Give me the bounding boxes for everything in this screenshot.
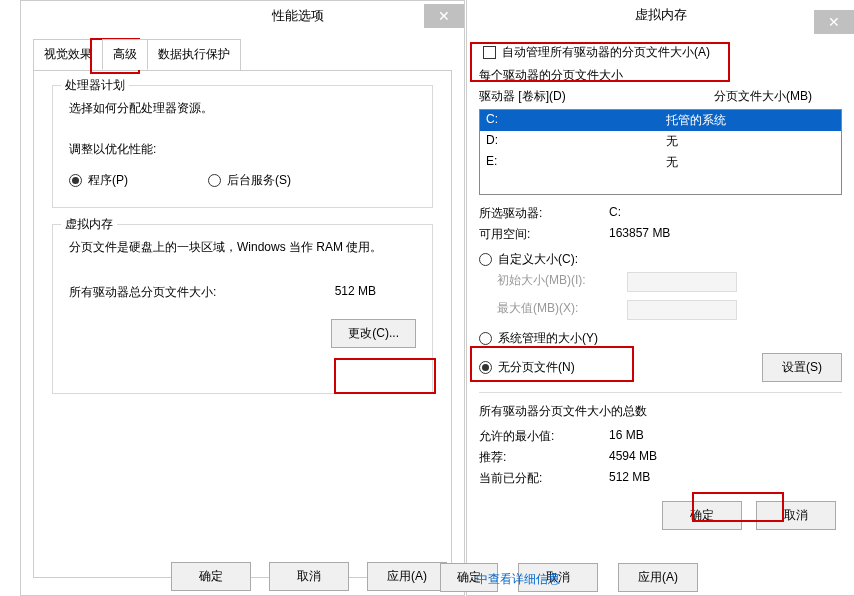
titlebar: 性能选项 ✕: [21, 1, 464, 31]
set-button[interactable]: 设置(S): [762, 353, 842, 382]
drive-listbox[interactable]: C:托管的系统 D:无 E:无: [479, 109, 842, 195]
vm-groupbox: 虚拟内存 分页文件是硬盘上的一块区域，Windows 当作 RAM 使用。 所有…: [52, 224, 433, 394]
checkbox-icon: [483, 46, 496, 59]
radio-icon: [479, 253, 492, 266]
tab-panel-advanced: 处理器计划 选择如何分配处理器资源。 调整以优化性能: 程序(P) 后台服务(S…: [33, 70, 452, 578]
apply-button[interactable]: 应用(A): [367, 562, 447, 591]
tabs: 视觉效果 高级 数据执行保护: [33, 39, 452, 70]
details-link[interactable]: 中查看详细信息: [476, 571, 560, 588]
dialog-title: 虚拟内存: [627, 6, 695, 24]
size-header: 分页文件大小(MB): [714, 88, 812, 105]
ok-button[interactable]: 确定: [171, 562, 251, 591]
dialog-title: 性能选项: [264, 7, 332, 25]
initial-size-input: [627, 272, 737, 292]
radio-icon: [479, 332, 492, 345]
virtual-memory-dialog: — 虚拟内存 ✕ 自动管理所有驱动器的分页文件大小(A) 每个驱动器的分页文件大…: [466, 0, 854, 596]
auto-manage-checkbox[interactable]: 自动管理所有驱动器的分页文件大小(A): [479, 38, 842, 67]
cpu-groupbox: 处理器计划 选择如何分配处理器资源。 调整以优化性能: 程序(P) 后台服务(S…: [52, 85, 433, 208]
apply-button[interactable]: 应用(A): [618, 563, 698, 592]
close-icon[interactable]: ✕: [424, 4, 464, 28]
drive-header: 驱动器 [卷标](D): [479, 88, 566, 105]
list-item: C:托管的系统: [480, 110, 841, 131]
radio-no-paging[interactable]: 无分页文件(N): [479, 359, 575, 376]
tab-advanced[interactable]: 高级: [102, 39, 148, 70]
ok-button[interactable]: 确定: [662, 501, 742, 530]
vm-group-title: 虚拟内存: [61, 216, 117, 233]
radio-icon: [479, 361, 492, 374]
performance-options-dialog: 性能选项 ✕ 视觉效果 高级 数据执行保护 处理器计划 选择如何分配处理器资源。…: [20, 0, 465, 596]
adjust-label: 调整以优化性能:: [69, 141, 416, 158]
cancel-button[interactable]: 取消: [269, 562, 349, 591]
tab-visual-effects[interactable]: 视觉效果: [33, 39, 103, 70]
per-drive-label: 每个驱动器的分页文件大小: [479, 67, 842, 84]
radio-icon: [208, 174, 221, 187]
close-icon[interactable]: ✕: [814, 10, 854, 34]
dialog-buttons: 确定 取消 应用(A): [171, 562, 447, 591]
cancel-button[interactable]: 取消: [756, 501, 836, 530]
titlebar: 虚拟内存 ✕: [467, 0, 854, 30]
radio-background[interactable]: 后台服务(S): [208, 172, 291, 189]
cpu-desc: 选择如何分配处理器资源。: [69, 100, 416, 117]
total-value: 512 MB: [335, 284, 376, 301]
tab-dep[interactable]: 数据执行保护: [147, 39, 241, 70]
radio-system-managed[interactable]: 系统管理的大小(Y): [479, 330, 842, 347]
radio-program[interactable]: 程序(P): [69, 172, 128, 189]
list-item: E:无: [480, 152, 841, 173]
max-size-input: [627, 300, 737, 320]
change-button[interactable]: 更改(C)...: [331, 319, 416, 348]
vm-desc: 分页文件是硬盘上的一块区域，Windows 当作 RAM 使用。: [69, 239, 416, 256]
total-label: 所有驱动器总分页文件大小:: [69, 284, 216, 301]
totals-title: 所有驱动器分页文件大小的总数: [479, 403, 842, 420]
radio-custom-size[interactable]: 自定义大小(C):: [479, 251, 842, 268]
list-item: D:无: [480, 131, 841, 152]
radio-icon: [69, 174, 82, 187]
cpu-group-title: 处理器计划: [61, 77, 129, 94]
